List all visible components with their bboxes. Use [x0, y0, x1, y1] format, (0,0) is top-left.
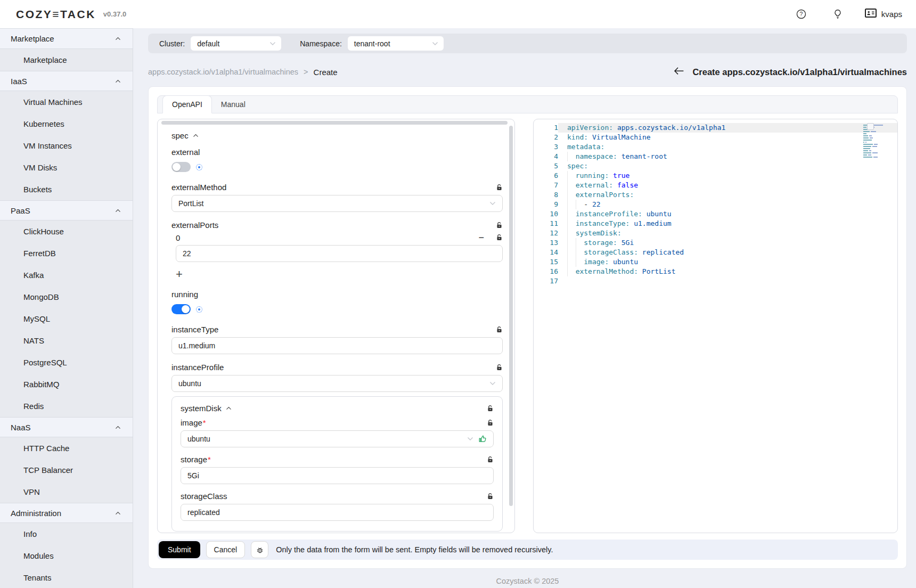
image-value: ubuntu: [187, 435, 210, 443]
default-value-icon[interactable]: [196, 164, 202, 170]
image-label: image*: [181, 418, 206, 427]
spec-section-label: spec: [171, 131, 189, 140]
footer-copyright: Cozystack © 2025: [148, 577, 907, 585]
editor-line: 11instanceType: u1.medium: [534, 219, 897, 228]
default-value-icon[interactable]: [196, 306, 202, 313]
sidebar-item-kafka[interactable]: Kafka: [0, 264, 133, 286]
editor-line: 4namespace: tenant-root: [534, 152, 897, 161]
sidebar-item-vm-instances[interactable]: VM Instances: [0, 135, 133, 157]
editor-line: 2kind: VirtualMachine: [534, 133, 897, 142]
line-number: 14: [534, 248, 558, 257]
tab-openapi[interactable]: OpenAPI: [162, 95, 212, 113]
storageClass-input[interactable]: [181, 504, 494, 521]
theme-lightbulb-icon[interactable]: [832, 9, 844, 20]
unlock-icon: [487, 493, 494, 500]
unlock-icon: [487, 456, 494, 463]
help-icon[interactable]: ?: [796, 9, 807, 20]
sidebar-section-paas[interactable]: PaaS: [0, 200, 133, 220]
line-number: 1: [534, 123, 558, 133]
chevron-down-icon: [489, 381, 496, 386]
sidebar-item-tcp-balancer[interactable]: TCP Balancer: [0, 459, 133, 481]
chevron-down-icon: [467, 437, 473, 441]
editor-scroll-decoration: [867, 123, 874, 130]
sidebar-item-tenants[interactable]: Tenants: [0, 567, 133, 588]
cluster-select[interactable]: default: [190, 36, 282, 51]
instanceProfile-select[interactable]: ubuntu: [171, 375, 503, 392]
systemDisk-section-toggle[interactable]: systemDisk: [181, 404, 232, 413]
chevron-up-icon: [115, 511, 121, 516]
line-number: 7: [534, 181, 558, 190]
sidebar-item-mysql[interactable]: MySQL: [0, 308, 133, 330]
cluster-select-value: default: [197, 39, 219, 48]
breadcrumb: apps.cozystack.io/v1alpha1/virtualmachin…: [148, 68, 338, 77]
required-marker: *: [208, 455, 211, 464]
editor-line: 13storage: 5Gi: [534, 238, 897, 248]
spec-section-toggle[interactable]: spec: [171, 131, 503, 140]
line-number: 15: [534, 257, 558, 267]
sidebar-item-buckets[interactable]: Buckets: [0, 178, 133, 200]
add-item-icon[interactable]: +: [176, 267, 186, 281]
editor-minimap[interactable]: [863, 125, 890, 161]
sidebar-item-nats[interactable]: NATS: [0, 330, 133, 352]
instanceType-input[interactable]: [171, 337, 503, 354]
sidebar-item-vm-disks[interactable]: VM Disks: [0, 157, 133, 178]
unlock-icon: [496, 364, 503, 371]
svg-text:?: ?: [800, 11, 803, 17]
line-number: 11: [534, 219, 558, 228]
externalPorts-item-index: 0: [176, 233, 180, 242]
user-menu[interactable]: kvaps: [865, 9, 902, 20]
sidebar-section-naas[interactable]: NaaS: [0, 417, 133, 437]
sidebar-section-administration[interactable]: Administration: [0, 503, 133, 523]
chevron-up-icon: [115, 208, 121, 213]
bug-icon: [256, 545, 264, 554]
breadcrumb-resource-link[interactable]: apps.cozystack.io/v1alpha1/virtualmachin…: [148, 68, 298, 76]
sidebar-item-vpn[interactable]: VPN: [0, 481, 133, 503]
sidebar-section-iaas[interactable]: IaaS: [0, 71, 133, 91]
image-select[interactable]: ubuntu: [181, 430, 494, 447]
storageClass-label: storageClass: [181, 492, 227, 501]
sidebar-item-http-cache[interactable]: HTTP Cache: [0, 437, 133, 459]
sidebar: MarketplaceMarketplaceIaaSVirtual Machin…: [0, 28, 133, 588]
remove-item-icon[interactable]: −: [478, 233, 484, 242]
cluster-label: Cluster:: [159, 39, 185, 48]
form-note: Only the data from the form will be sent…: [276, 545, 553, 554]
editor-line: 8externalPorts:: [534, 190, 897, 200]
collapse-icon: [193, 133, 199, 138]
tab-manual[interactable]: Manual: [212, 96, 255, 113]
editor-line: 3metadata:: [534, 142, 897, 152]
sidebar-section-marketplace[interactable]: Marketplace: [0, 29, 133, 49]
external-toggle[interactable]: [171, 162, 191, 172]
required-marker: *: [203, 418, 206, 427]
editor-line: 6running: true: [534, 171, 897, 181]
chevron-up-icon: [115, 36, 121, 41]
sidebar-item-redis[interactable]: Redis: [0, 395, 133, 417]
submit-button[interactable]: Submit: [159, 541, 200, 558]
yaml-editor[interactable]: 1apiVersion: apps.cozystack.io/v1alpha12…: [533, 119, 898, 533]
sidebar-item-kubernetes[interactable]: Kubernetes: [0, 113, 133, 135]
horizontal-scrollbar[interactable]: [161, 121, 508, 125]
externalMethod-value: PortList: [178, 199, 203, 208]
externalMethod-select[interactable]: PortList: [171, 195, 503, 212]
chevron-down-icon: [432, 42, 438, 46]
vertical-scrollbar[interactable]: [509, 126, 513, 506]
sidebar-item-virtual-machines[interactable]: Virtual Machines: [0, 91, 133, 113]
debug-button[interactable]: [251, 541, 268, 558]
editor-line: 17: [534, 276, 897, 286]
namespace-select[interactable]: tenant-root: [347, 36, 444, 51]
sidebar-item-marketplace[interactable]: Marketplace: [0, 49, 133, 71]
sidebar-item-rabbitmq[interactable]: RabbitMQ: [0, 373, 133, 395]
storage-input[interactable]: [181, 467, 494, 484]
sidebar-item-info[interactable]: Info: [0, 523, 133, 545]
sidebar-item-ferretdb[interactable]: FerretDB: [0, 242, 133, 264]
sidebar-item-postgresql[interactable]: PostgreSQL: [0, 352, 133, 373]
editor-code[interactable]: 1apiVersion: apps.cozystack.io/v1alpha12…: [534, 123, 897, 286]
sidebar-item-clickhouse[interactable]: ClickHouse: [0, 220, 133, 242]
running-toggle[interactable]: [171, 304, 191, 314]
sidebar-item-mongodb[interactable]: MongoDB: [0, 286, 133, 308]
back-arrow-icon[interactable]: [674, 67, 684, 77]
collapse-icon: [226, 406, 232, 411]
cancel-button[interactable]: Cancel: [206, 541, 246, 558]
externalPorts-item-input[interactable]: [176, 245, 503, 262]
editor-line: 12systemDisk:: [534, 228, 897, 238]
sidebar-item-modules[interactable]: Modules: [0, 545, 133, 567]
